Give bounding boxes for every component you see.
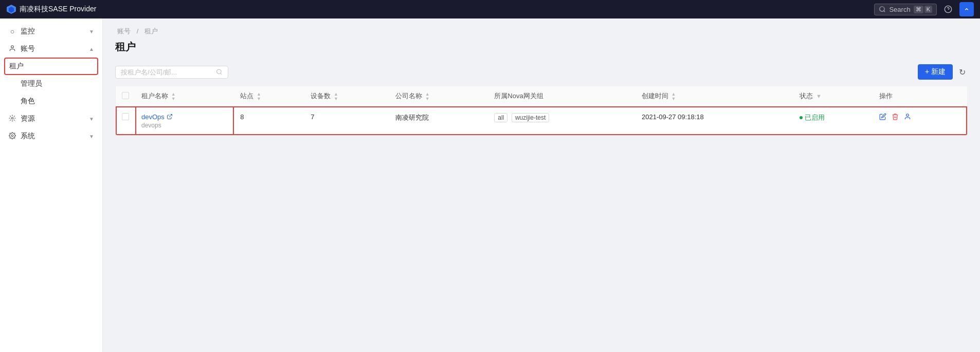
- sidebar-item-admin[interactable]: 管理员: [0, 75, 102, 92]
- td-company: 南凌研究院: [389, 106, 488, 135]
- svg-point-7: [11, 45, 14, 48]
- filter-status-icon[interactable]: ▼: [816, 93, 822, 99]
- table-row: devOps devops 8 7 南凌研究院 all: [116, 106, 967, 135]
- sidebar-item-account[interactable]: 账号 ▲: [0, 40, 102, 58]
- sidebar-item-role[interactable]: 角色: [0, 92, 102, 110]
- tenant-name-sub: devops: [141, 122, 228, 129]
- sidebar-item-tenant[interactable]: 租户: [4, 58, 98, 75]
- th-devices-label: 设备数: [311, 92, 331, 100]
- sort-devices-icon: ▲▼: [334, 92, 338, 101]
- status-badge: 已启用: [800, 113, 867, 122]
- th-company[interactable]: 公司名称 ▲▼: [389, 86, 488, 106]
- svg-point-8: [11, 117, 13, 119]
- th-devices[interactable]: 设备数 ▲▼: [304, 86, 389, 106]
- svg-line-3: [884, 11, 885, 12]
- system-icon: [8, 132, 16, 141]
- app-logo: 南凌科技SASE Provider: [6, 4, 96, 14]
- chevron-down-icon3: ▼: [89, 134, 94, 139]
- td-created: 2021-09-27 09:18:18: [636, 106, 793, 135]
- account-icon: [8, 45, 16, 53]
- status-dot: [800, 116, 803, 119]
- sort-company-icon: ▲▼: [425, 92, 430, 101]
- select-all-checkbox[interactable]: [122, 92, 129, 99]
- resource-icon: [8, 115, 16, 123]
- status-label: 已启用: [805, 113, 825, 122]
- action-icons: [879, 113, 961, 122]
- refresh-button[interactable]: ↻: [957, 65, 968, 79]
- sidebar-item-monitor[interactable]: ○ 监控 ▼: [0, 23, 102, 40]
- svg-rect-6: [963, 6, 970, 12]
- chevron-down-icon: ▼: [89, 29, 94, 34]
- th-nova: 所属Nova网关组: [488, 86, 636, 106]
- sidebar-item-system-label: 系统: [21, 132, 35, 141]
- avatar-icon: [963, 5, 971, 13]
- th-sites-label: 站点: [240, 92, 253, 100]
- sidebar: ○ 监控 ▼ 账号 ▲ 租户 管理员 角色: [0, 18, 103, 352]
- tenant-name: devOps: [141, 113, 165, 121]
- svg-point-10: [217, 69, 221, 73]
- td-name: devOps devops: [135, 106, 234, 135]
- th-name[interactable]: 租户名称 ▲▼: [135, 86, 234, 106]
- chevron-down-icon2: ▼: [89, 116, 94, 122]
- th-actions: 操作: [873, 86, 967, 106]
- app-title: 南凌科技SASE Provider: [20, 5, 96, 14]
- page-title: 租户: [115, 40, 968, 54]
- th-status-label: 状态: [800, 92, 813, 100]
- kbd2: K: [924, 6, 932, 13]
- th-sites[interactable]: 站点 ▲▼: [234, 86, 304, 106]
- svg-point-13: [906, 114, 909, 116]
- search-input-icon: [216, 68, 223, 76]
- td-devices: 7: [304, 106, 389, 135]
- user-button[interactable]: [904, 113, 911, 122]
- td-sites: 8: [234, 106, 304, 135]
- monitor-icon: ○: [8, 27, 16, 35]
- kbd1: ⌘: [914, 6, 923, 13]
- table-header-row: 租户名称 ▲▼ 站点 ▲▼ 设备数 ▲▼ 公司名称: [116, 86, 967, 106]
- chevron-up-icon: ▲: [89, 46, 94, 52]
- td-nova: all wuzijie-test: [488, 106, 636, 135]
- search-bar[interactable]: Search ⌘ K: [874, 4, 937, 15]
- sidebar-item-monitor-label: 监控: [21, 27, 35, 36]
- svg-point-9: [11, 135, 13, 137]
- logo-icon: [6, 4, 16, 14]
- row-checkbox[interactable]: [122, 113, 129, 120]
- td-checkbox[interactable]: [116, 106, 135, 135]
- sidebar-item-account-label: 账号: [21, 44, 35, 53]
- sidebar-item-role-label: 角色: [21, 97, 35, 105]
- sort-name-icon: ▲▼: [171, 92, 176, 101]
- breadcrumb: 账号 / 租户: [115, 27, 968, 36]
- help-button[interactable]: [941, 2, 955, 16]
- sidebar-item-tenant-label: 租户: [9, 62, 24, 71]
- edit-button[interactable]: [879, 113, 886, 122]
- app-body: ○ 监控 ▼ 账号 ▲ 租户 管理员 角色: [0, 18, 980, 352]
- breadcrumb-account: 账号: [117, 27, 131, 35]
- tenant-search-input[interactable]: [121, 68, 213, 76]
- search-shortcut: ⌘ K: [914, 6, 932, 13]
- sidebar-item-system[interactable]: 系统 ▼: [0, 127, 102, 145]
- th-checkbox[interactable]: [116, 86, 135, 106]
- nova-tag-all: all: [494, 113, 507, 122]
- new-tenant-button[interactable]: + 新建: [918, 64, 953, 80]
- top-nav: 南凌科技SASE Provider Search ⌘ K: [0, 0, 980, 18]
- th-created[interactable]: 创建时间 ▲▼: [636, 86, 793, 106]
- help-icon: [944, 5, 952, 13]
- toolbar-right: + 新建 ↻: [918, 64, 968, 80]
- breadcrumb-tenant: 租户: [144, 27, 158, 35]
- th-nova-label: 所属Nova网关组: [494, 92, 543, 100]
- th-status[interactable]: 状态 ▼: [793, 86, 873, 106]
- sidebar-item-resource-label: 资源: [21, 114, 35, 123]
- th-created-label: 创建时间: [642, 92, 668, 100]
- sidebar-item-admin-label: 管理员: [21, 79, 42, 87]
- tenant-search-wrap[interactable]: [115, 66, 228, 79]
- tenant-table: 租户名称 ▲▼ 站点 ▲▼ 设备数 ▲▼ 公司名称: [115, 86, 968, 136]
- nova-tag-wuzijie: wuzijie-test: [512, 113, 549, 122]
- svg-line-11: [221, 73, 222, 74]
- tenant-name-link[interactable]: devOps: [141, 113, 228, 121]
- main-content: 账号 / 租户 租户 + 新建 ↻: [103, 18, 980, 352]
- sort-created-icon: ▲▼: [672, 92, 676, 101]
- search-icon: [879, 6, 886, 13]
- sidebar-item-resource[interactable]: 资源 ▼: [0, 110, 102, 127]
- user-avatar[interactable]: [959, 2, 974, 16]
- delete-button[interactable]: [892, 113, 899, 122]
- th-name-label: 租户名称: [141, 92, 168, 100]
